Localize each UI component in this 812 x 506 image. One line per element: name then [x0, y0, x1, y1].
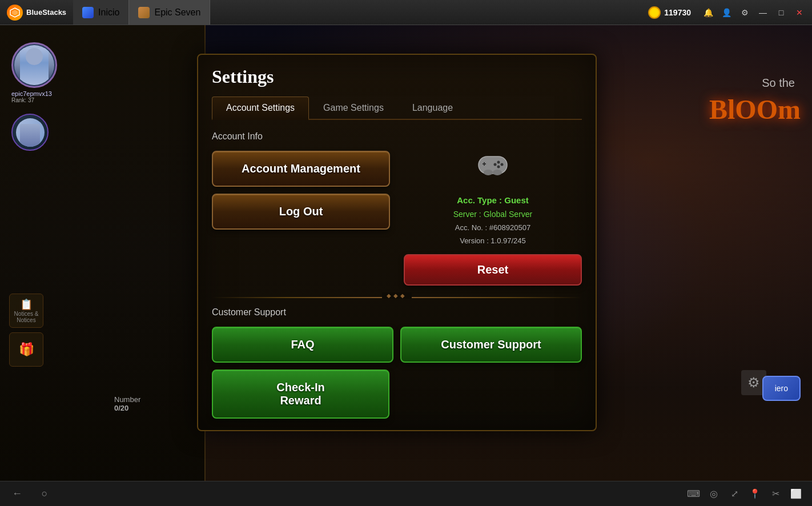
- so-the-text: So the: [762, 77, 795, 90]
- avatar-area: epic7epmvx13 Rank: 37: [11, 42, 57, 103]
- settings-tabs: Account Settings Game Settings Language: [212, 97, 582, 120]
- account-icon[interactable]: 👤: [718, 5, 734, 21]
- tab-epic-seven[interactable]: Epic Seven: [129, 0, 210, 25]
- check-in-reward-button[interactable]: Check-InReward: [212, 370, 389, 419]
- maximize-button[interactable]: □: [773, 5, 789, 21]
- tab-game-settings[interactable]: Game Settings: [309, 97, 398, 119]
- window-controls: 🔔 👤 ⚙ — □ ✕: [696, 5, 812, 21]
- account-right-info: Acc. Type : Guest Server : Global Server…: [404, 151, 582, 286]
- coins-display: 119730: [648, 6, 696, 19]
- tab-inicio-label: Inicio: [98, 7, 119, 18]
- keyboard-icon[interactable]: ⌨: [686, 487, 700, 501]
- close-button[interactable]: ✕: [791, 5, 807, 21]
- svg-point-10: [493, 170, 502, 175]
- eye-icon[interactable]: ◎: [707, 487, 721, 501]
- tab-epic-seven-label: Epic Seven: [154, 7, 200, 18]
- inicio-tab-icon: [82, 7, 94, 18]
- avatar2: [11, 114, 49, 151]
- modal-content: Account Info Account Management Log Out: [198, 120, 596, 430]
- svg-rect-4: [484, 162, 485, 166]
- bloom-text: BlOOm: [709, 94, 801, 125]
- customer-support-section: Customer Support FAQ Customer Support Ch…: [212, 307, 582, 419]
- acc-type-text: Acc. Type : Guest: [457, 195, 529, 205]
- titlebar: BlueStacks Inicio Epic Seven 119730 🔔 👤 …: [0, 0, 812, 25]
- acc-no-text: Acc. No. : #608920507: [455, 223, 530, 232]
- coin-amount: 119730: [664, 8, 691, 17]
- number-label: Number: [114, 395, 140, 404]
- game-area: epic7epmvx13 Rank: 37 📋 Notices &Notices…: [0, 25, 812, 481]
- account-info-label: Account Info: [212, 131, 582, 142]
- version-text: Version : 1.0.97/245: [460, 236, 526, 245]
- faq-button[interactable]: FAQ: [212, 327, 393, 363]
- number-display: Number 0/20: [114, 395, 140, 412]
- account-management-button[interactable]: Account Management: [212, 151, 390, 187]
- screen-icon[interactable]: ⬜: [789, 487, 803, 501]
- svg-point-9: [484, 170, 493, 175]
- support-buttons-row2: Check-InReward: [212, 370, 582, 419]
- svg-point-5: [497, 161, 500, 164]
- bluestacks-logo: BlueStacks: [0, 5, 73, 21]
- left-panel: epic7epmvx13 Rank: 37 📋 Notices &Notices…: [0, 25, 206, 481]
- rank-label: Rank: 37: [11, 97, 57, 103]
- account-buttons: Account Management Log Out: [212, 151, 390, 286]
- minimize-button[interactable]: —: [755, 5, 771, 21]
- scissors-icon[interactable]: ✂: [769, 487, 782, 501]
- number-value: 0/20: [114, 404, 140, 412]
- settings-modal: Settings Account Settings Game Settings …: [197, 54, 597, 431]
- divider: [212, 297, 582, 298]
- svg-point-7: [497, 166, 500, 168]
- expand-icon[interactable]: ⤢: [727, 487, 741, 501]
- right-game-panel: So the BlOOm ⚙ iero: [629, 25, 812, 481]
- bottom-nav: ← ○: [9, 486, 53, 502]
- tab-inicio[interactable]: Inicio: [73, 0, 129, 25]
- coin-icon: [648, 6, 661, 19]
- avatar-inner: [14, 45, 54, 85]
- settings-icon[interactable]: ⚙: [737, 5, 753, 21]
- avatar: [11, 42, 57, 88]
- notification-icon[interactable]: 🔔: [700, 5, 716, 21]
- back-button[interactable]: ←: [9, 486, 25, 502]
- modal-header: Settings Account Settings Game Settings …: [198, 55, 596, 120]
- account-info-section: Account Management Log Out: [212, 151, 582, 286]
- svg-marker-1: [12, 10, 18, 15]
- hero-label: iero: [775, 384, 788, 393]
- location-icon[interactable]: 📍: [748, 487, 762, 501]
- sidebar-item-notices[interactable]: 📋 Notices &Notices: [9, 294, 43, 328]
- sidebar-item-gift[interactable]: 🎁: [9, 332, 43, 367]
- customer-support-button[interactable]: Customer Support: [400, 327, 582, 363]
- bs-logo-icon: [7, 5, 23, 21]
- check-in-label: Check-InReward: [276, 381, 324, 407]
- svg-point-6: [501, 163, 504, 166]
- reset-button[interactable]: Reset: [404, 254, 582, 286]
- username-label: epic7epmvx13: [11, 90, 57, 97]
- gamepad-icon: [476, 151, 510, 186]
- hero-button[interactable]: iero: [762, 376, 801, 401]
- svg-point-8: [494, 163, 497, 166]
- tab-account-settings[interactable]: Account Settings: [212, 97, 309, 119]
- log-out-button[interactable]: Log Out: [212, 194, 390, 230]
- bottom-bar: ← ○ ⌨ ◎ ⤢ 📍 ✂ ⬜: [0, 481, 812, 506]
- bottom-right-icons: ⌨ ◎ ⤢ 📍 ✂ ⬜: [686, 487, 803, 501]
- bluestacks-title: BlueStacks: [26, 8, 66, 17]
- epic-seven-tab-icon: [138, 7, 150, 18]
- support-buttons-row1: FAQ Customer Support: [212, 327, 582, 363]
- settings-title: Settings: [212, 66, 582, 87]
- customer-support-label: Customer Support: [212, 307, 582, 318]
- home-button[interactable]: ○: [37, 486, 53, 502]
- sidebar-items: 📋 Notices &Notices 🎁: [9, 294, 43, 367]
- server-text: Server : Global Server: [453, 210, 533, 219]
- tab-language[interactable]: Language: [398, 97, 467, 119]
